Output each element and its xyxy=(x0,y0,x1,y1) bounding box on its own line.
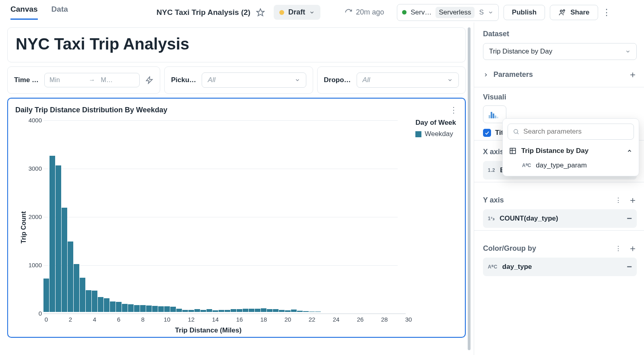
draft-dot-icon xyxy=(279,10,284,15)
bar xyxy=(231,309,236,312)
refresh-status[interactable]: 20m ago xyxy=(345,8,384,17)
parameter-search[interactable] xyxy=(508,124,634,140)
time-max: M… xyxy=(101,76,134,84)
bar xyxy=(134,305,140,312)
remove-field-icon[interactable]: − xyxy=(627,213,632,224)
add-color-field-icon[interactable] xyxy=(629,245,637,253)
refresh-age: 20m ago xyxy=(356,8,384,17)
filter-pickup[interactable]: Picku… All xyxy=(164,66,313,94)
parameter-search-input[interactable] xyxy=(523,128,629,136)
bar xyxy=(86,290,91,312)
svg-point-1 xyxy=(560,10,562,12)
chevron-down-icon xyxy=(447,77,453,83)
parameters-popup: Trip Distance by Day AᴮC day_type_param xyxy=(502,118,639,176)
chevron-down-icon xyxy=(625,49,631,54)
y-tick-label: 0 xyxy=(23,310,42,317)
parameter-group[interactable]: Trip Distance by Day xyxy=(508,144,634,158)
parameter-item[interactable]: AᴮC day_type_param xyxy=(508,158,634,171)
x-tick-label: 6 xyxy=(117,316,120,323)
color-field[interactable]: AᴮC day_type − xyxy=(483,258,637,276)
field-name: day_type xyxy=(502,263,532,271)
bar xyxy=(176,309,182,312)
dataset-heading: Dataset xyxy=(483,30,637,38)
bolt-icon[interactable] xyxy=(145,76,153,84)
canvas-scroll[interactable]: NYC Taxi Trip Analysis Time … Min → M… P… xyxy=(6,27,471,351)
bar xyxy=(182,310,188,312)
color-more-icon[interactable]: ⋮ xyxy=(615,245,621,252)
svg-line-18 xyxy=(517,133,518,134)
string-type-icon: AᴮC xyxy=(522,163,531,168)
color-heading: Color/Group by xyxy=(483,244,536,253)
compute-selector[interactable]: Serv… Serverless S xyxy=(397,4,499,21)
x-tick-label: 10 xyxy=(164,316,171,323)
share-button[interactable]: Share xyxy=(550,5,598,20)
bar xyxy=(285,310,291,312)
bar xyxy=(80,278,85,312)
add-parameter-icon[interactable] xyxy=(629,71,637,79)
bar xyxy=(122,304,128,312)
svg-rect-19 xyxy=(510,148,516,154)
svg-rect-6 xyxy=(489,115,490,118)
checkbox-checked-icon[interactable] xyxy=(483,129,491,137)
x-tick-label: 0 xyxy=(45,316,48,323)
draft-status[interactable]: Draft xyxy=(274,5,320,20)
chart-more-icon[interactable]: ⋮ xyxy=(450,105,458,115)
legend-swatch-icon xyxy=(415,131,421,137)
dataset-select[interactable]: Trip Distance by Day xyxy=(483,43,637,60)
compute-label: Serv… xyxy=(411,8,431,17)
y-tick-label: 4000 xyxy=(23,117,42,124)
bar xyxy=(104,298,109,312)
bar xyxy=(225,310,230,312)
bar xyxy=(50,156,55,312)
dropoff-select[interactable]: All xyxy=(357,72,459,88)
header: Canvas Data NYC Taxi Trip Analysis (2) D… xyxy=(0,0,644,23)
bar xyxy=(116,302,122,312)
chevron-down-icon xyxy=(309,10,315,15)
bar xyxy=(62,208,67,312)
visualization-heading: Visuali xyxy=(483,93,637,101)
x-axis-label: Trip Distance (Miles) xyxy=(8,326,409,334)
x-tick-label: 18 xyxy=(260,316,267,323)
svg-rect-7 xyxy=(491,112,492,118)
compute-serverless-chip: Serverless xyxy=(436,7,474,18)
publish-button[interactable]: Publish xyxy=(504,5,545,20)
x-tick-label: 24 xyxy=(333,316,340,323)
more-menu-icon[interactable]: ⋮ xyxy=(602,7,611,18)
refresh-icon xyxy=(345,8,353,17)
pickup-select[interactable]: All xyxy=(202,72,306,88)
y-axis-field[interactable]: 1²₃ COUNT(day_type) − xyxy=(483,209,637,228)
histogram-icon xyxy=(488,109,502,119)
count-type-icon: 1²₃ xyxy=(488,216,495,221)
legend-item[interactable]: Weekday xyxy=(415,130,456,138)
bar xyxy=(297,311,303,312)
parameters-row[interactable]: Parameters xyxy=(483,68,637,85)
divider xyxy=(474,87,644,87)
chart-card[interactable]: Daily Trip Distance Distribution By Week… xyxy=(7,98,466,338)
divider xyxy=(474,182,644,182)
tab-data[interactable]: Data xyxy=(52,5,68,20)
filter-dropoff[interactable]: Dropo… All xyxy=(317,66,466,94)
action-buttons: Publish Share xyxy=(504,5,598,20)
svg-marker-3 xyxy=(147,77,153,84)
time-min: Min xyxy=(50,76,83,84)
legend-title: Day of Week xyxy=(415,119,456,127)
tab-canvas[interactable]: Canvas xyxy=(10,5,38,20)
bar xyxy=(56,165,61,312)
y-axis-more-icon[interactable]: ⋮ xyxy=(615,196,621,204)
x-tick-label: 8 xyxy=(141,316,144,323)
x-tick-label: 20 xyxy=(285,316,291,323)
time-range-input[interactable]: Min → M… xyxy=(44,73,140,87)
favorite-icon[interactable] xyxy=(256,8,265,17)
parameter-name: day_type_param xyxy=(536,161,587,169)
share-icon xyxy=(558,8,566,17)
x-axis-heading: X axis xyxy=(483,148,504,156)
bar xyxy=(158,306,164,312)
add-y-field-icon[interactable] xyxy=(629,196,637,204)
svg-rect-8 xyxy=(493,114,494,118)
bar xyxy=(315,312,321,312)
filter-time[interactable]: Time … Min → M… xyxy=(7,66,160,94)
title-card[interactable]: NYC Taxi Trip Analysis xyxy=(7,27,466,62)
top-tabs: Canvas Data xyxy=(10,5,68,20)
bar xyxy=(152,306,158,312)
remove-field-icon[interactable]: − xyxy=(627,262,632,272)
